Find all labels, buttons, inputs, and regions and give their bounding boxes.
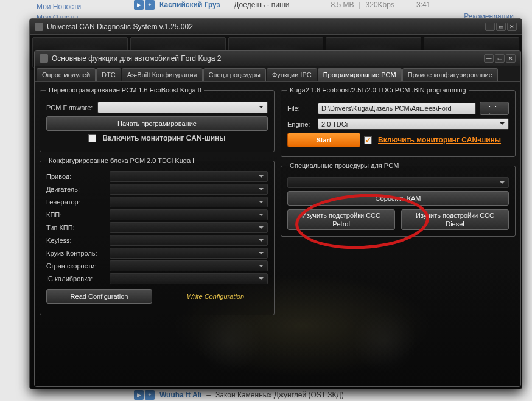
bg-link-news[interactable]: Мои Новости xyxy=(37,2,81,11)
minimize-button[interactable]: — xyxy=(484,54,494,63)
track1-artist[interactable]: Каспийский Груз xyxy=(159,1,220,9)
app-icon xyxy=(35,23,43,31)
cfg-keyless-dd[interactable] xyxy=(110,235,268,246)
cfg-cruise-label: Круиз-Контроль xyxy=(46,249,106,257)
close-button[interactable]: ✕ xyxy=(506,54,516,63)
add-icon[interactable]: + xyxy=(145,0,155,10)
can-monitor-checkbox-right[interactable] xyxy=(364,136,372,144)
write-config-button[interactable]: Write Configuration xyxy=(163,289,268,304)
cfg-gen-label: Генератор xyxy=(46,198,106,206)
maximize-button[interactable]: ▭ xyxy=(496,23,506,31)
cfg-drive-label: Привод xyxy=(46,173,106,180)
panel-bin-programming: Kuga2 1.6 Ecoboost/2.5L/2.0 TDCi PCM .BI… xyxy=(281,86,516,157)
cfg-gen-dd[interactable] xyxy=(110,197,268,207)
cfg-kpp-dd[interactable] xyxy=(110,209,268,220)
panel3-legend: Конфигурирование блока PCM 2.0 TDCi Kuga… xyxy=(46,157,197,164)
app-icon xyxy=(40,54,48,63)
win2-title: Основные функции для автомобилей Ford Ku… xyxy=(52,54,484,63)
track1-len: 3:41 xyxy=(416,1,430,9)
bg-track-1: ▶+ Каспийский Груз – Доедешь - пиши 8.5 … xyxy=(134,0,430,10)
panel1-legend: Перепрограмирование PCM 1.6 EcoBoost Kug… xyxy=(46,86,204,94)
cfg-kpptype-label: Тип КПП xyxy=(46,224,106,231)
close-button[interactable]: ✕ xyxy=(507,23,517,31)
browse-button[interactable]: . . . xyxy=(480,102,509,115)
file-label: File xyxy=(287,105,314,112)
reset-kam-button[interactable]: Сбросить КАМ xyxy=(287,191,509,206)
play-icon[interactable]: ▶ xyxy=(134,390,144,400)
panel-reprogram-pcm: Перепрограмирование PCM 1.6 EcoBoost Kug… xyxy=(40,86,275,152)
cfg-ic-label: IC калибровка xyxy=(46,275,106,282)
cfg-kpptype-dd[interactable] xyxy=(110,222,268,233)
track1-title[interactable]: Доедешь - пиши xyxy=(234,1,289,9)
add-icon[interactable]: + xyxy=(145,390,155,400)
cfg-kpp-label: КПП xyxy=(46,211,106,218)
tab-dtc[interactable]: DTC xyxy=(96,68,121,81)
tab-spec[interactable]: Спец.процедуры xyxy=(203,68,266,81)
track2-artist[interactable]: Wuuha ft Ali xyxy=(159,391,201,399)
win1-title: Universal CAN Diagnostic System v.1.25.0… xyxy=(47,23,485,31)
cfg-cruise-dd[interactable] xyxy=(110,248,268,259)
cfg-speedlim-dd[interactable] xyxy=(110,260,268,271)
minimize-button[interactable]: — xyxy=(485,23,495,31)
start-programming-button[interactable]: Начать програмирование xyxy=(46,116,268,131)
firmware-label: PCM Firmware xyxy=(46,104,94,111)
can-monitor-checkbox-left[interactable] xyxy=(88,134,96,142)
track1-size: 8.5 MB xyxy=(331,1,354,9)
cfg-drive-dd[interactable] xyxy=(110,171,268,182)
panel2-legend: Kuga2 1.6 Ecoboost/2.5L/2.0 TDCi PCM .BI… xyxy=(287,86,469,94)
engine-dropdown[interactable]: 2.0 TDCi xyxy=(318,118,509,130)
ccc-petrol-button[interactable]: Изучить подстройки CCC Petrol xyxy=(287,209,395,230)
panel-pcm-procedures: Специальные процедуры для PCM Сбросить К… xyxy=(281,162,516,237)
tab-modules[interactable]: Опрос модулей xyxy=(37,68,96,81)
can-monitor-label-left: Включить мониторинг CAN-шины xyxy=(102,134,225,142)
engine-label: Engine xyxy=(287,120,314,128)
maximize-button[interactable]: ▭ xyxy=(495,54,505,63)
procedure-dropdown[interactable] xyxy=(287,177,509,188)
cfg-speedlim-label: Огран.скорости xyxy=(46,262,106,270)
tab-pcm-programming[interactable]: Програмирование PCM xyxy=(318,68,402,81)
start-bin-button[interactable]: Start xyxy=(287,133,360,147)
bg-track-2: ▶+ Wuuha ft Ali – Закон Каменных Джунгле… xyxy=(134,390,344,400)
cfg-engine-dd[interactable] xyxy=(110,184,268,195)
track2-title[interactable]: Закон Каменных Джунглей (OST ЗКД) xyxy=(215,391,344,399)
cfg-ic-dd[interactable] xyxy=(110,273,268,284)
play-icon[interactable]: ▶ xyxy=(134,0,144,10)
ccc-diesel-button[interactable]: Изучить подстройки CCC Diesel xyxy=(401,209,509,230)
window-kuga2: Основные функции для автомобилей Ford Ku… xyxy=(34,50,521,387)
panel-pcm-config: Конфигурирование блока PCM 2.0 TDCi Kuga… xyxy=(40,157,275,315)
file-input[interactable]: D:\Drivers\Kuga\Дизель PCM\Аяшеев\Ford xyxy=(318,103,476,114)
can-monitor-label-right: Включить мониторинг CAN-шины xyxy=(378,136,501,144)
read-config-button[interactable]: Read Configuration xyxy=(46,289,152,304)
tab-ipc[interactable]: Функции IPC xyxy=(267,68,317,81)
tab-direct-config[interactable]: Прямое конфигурирование xyxy=(402,68,498,81)
tab-bar: Опрос модулей DTC As-Built Конфигурация … xyxy=(35,66,520,82)
cfg-engine-label: Двигатель xyxy=(46,186,106,193)
panel4-legend: Специальные процедуры для PCM xyxy=(287,162,401,169)
track1-br: 320Kbps xyxy=(366,1,394,9)
tab-asbuilt[interactable]: As-Built Конфигурация xyxy=(122,68,203,81)
cfg-keyless-label: Keyless xyxy=(46,237,106,244)
firmware-dropdown[interactable] xyxy=(97,102,268,113)
